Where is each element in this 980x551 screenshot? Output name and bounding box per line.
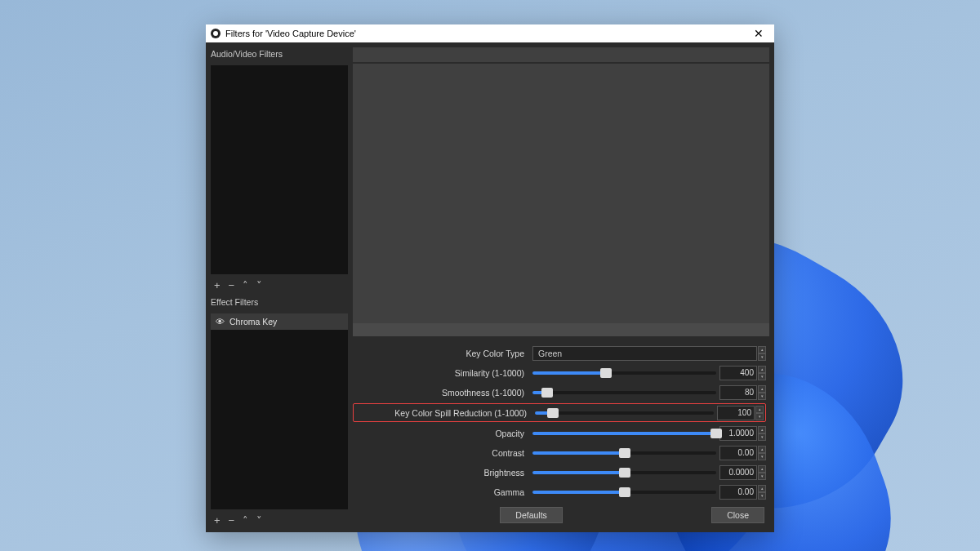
gamma-slider[interactable] xyxy=(532,491,716,494)
audio-filters-toolbar: + − ˄ ˅ xyxy=(211,278,348,292)
defaults-button[interactable]: Defaults xyxy=(500,507,563,523)
dialog-body: Audio/Video Filters + − ˄ ˅ Effect Filte… xyxy=(206,42,774,532)
obs-icon xyxy=(211,29,220,38)
effect-filters-header: Effect Filters xyxy=(211,295,348,310)
brightness-slider[interactable] xyxy=(532,471,716,474)
brightness-value[interactable]: 0.0000 xyxy=(719,465,757,480)
filter-properties-panel: Key Color Type Green ▴▾ Similarity (1-10… xyxy=(353,47,769,527)
opacity-label: Opacity xyxy=(353,429,529,438)
add-audio-filter-button[interactable]: + xyxy=(214,280,220,291)
similarity-spinner[interactable]: ▴▾ xyxy=(758,366,766,380)
dialog-footer: Defaults Close xyxy=(353,503,769,527)
preview-top-strip xyxy=(353,47,769,62)
spill-slider[interactable] xyxy=(535,411,714,415)
key-color-type-label: Key Color Type xyxy=(353,349,529,358)
brightness-spinner[interactable]: ▴▾ xyxy=(758,465,766,480)
brightness-label: Brightness xyxy=(353,468,529,478)
effect-filter-label: Chroma Key xyxy=(229,317,277,327)
similarity-label: Similarity (1-1000) xyxy=(353,368,529,378)
prop-smoothness: Smoothness (1-1000) 80 ▴▾ xyxy=(353,384,766,401)
contrast-label: Contrast xyxy=(353,448,529,458)
move-audio-filter-up-button[interactable]: ˄ xyxy=(243,280,248,291)
prop-gamma: Gamma 0.00 ▴▾ xyxy=(353,483,766,500)
move-effect-filter-down-button[interactable]: ˅ xyxy=(256,515,262,526)
filter-preview xyxy=(353,64,769,336)
gamma-label: Gamma xyxy=(353,487,529,497)
close-button[interactable]: Close xyxy=(711,507,764,523)
contrast-value[interactable]: 0.00 xyxy=(719,446,757,460)
window-title: Filters for 'Video Capture Device' xyxy=(225,29,356,38)
prop-contrast: Contrast 0.00 ▴▾ xyxy=(353,444,766,461)
smoothness-label: Smoothness (1-1000) xyxy=(353,388,529,398)
spill-label: Key Color Spill Reduction (1-1000) xyxy=(355,408,532,418)
smoothness-value[interactable]: 80 xyxy=(719,385,757,400)
key-color-type-select[interactable]: Green xyxy=(532,346,757,361)
filters-sidebar: Audio/Video Filters + − ˄ ˅ Effect Filte… xyxy=(211,47,348,527)
window-close-button[interactable]: ✕ xyxy=(748,26,769,41)
effect-filters-toolbar: + − ˄ ˅ xyxy=(211,513,348,527)
prop-similarity: Similarity (1-1000) 400 ▴▾ xyxy=(353,364,766,381)
key-color-type-spinner[interactable]: ▴▾ xyxy=(758,346,766,361)
spill-value[interactable]: 100 xyxy=(717,406,755,420)
smoothness-spinner[interactable]: ▴▾ xyxy=(758,385,766,400)
add-effect-filter-button[interactable]: + xyxy=(214,515,220,526)
opacity-spinner[interactable]: ▴▾ xyxy=(758,426,766,441)
audio-filters-list[interactable] xyxy=(211,65,348,274)
properties-list: Key Color Type Green ▴▾ Similarity (1-10… xyxy=(353,344,769,503)
similarity-value[interactable]: 400 xyxy=(719,366,757,380)
opacity-slider[interactable] xyxy=(532,432,716,435)
remove-audio-filter-button[interactable]: − xyxy=(229,280,235,291)
remove-effect-filter-button[interactable]: − xyxy=(229,515,235,526)
move-audio-filter-down-button[interactable]: ˅ xyxy=(256,280,262,291)
prop-brightness: Brightness 0.0000 ▴▾ xyxy=(353,464,766,481)
smoothness-slider[interactable] xyxy=(532,391,716,394)
gamma-spinner[interactable]: ▴▾ xyxy=(758,485,766,500)
prop-opacity: Opacity 1.0000 ▴▾ xyxy=(353,424,766,442)
similarity-slider[interactable] xyxy=(532,371,716,375)
filters-dialog: Filters for 'Video Capture Device' ✕ Aud… xyxy=(206,24,774,532)
effect-filter-item[interactable]: 👁 Chroma Key xyxy=(211,313,348,330)
effect-filters-list[interactable]: 👁 Chroma Key xyxy=(211,313,348,509)
opacity-value[interactable]: 1.0000 xyxy=(719,426,757,441)
move-effect-filter-up-button[interactable]: ˄ xyxy=(243,515,248,526)
visibility-icon[interactable]: 👁 xyxy=(216,317,225,327)
spill-spinner[interactable]: ▴▾ xyxy=(755,406,764,420)
contrast-spinner[interactable]: ▴▾ xyxy=(758,446,766,460)
titlebar: Filters for 'Video Capture Device' ✕ xyxy=(206,24,774,42)
prop-key-color-type: Key Color Type Green ▴▾ xyxy=(353,344,766,362)
audio-filters-header: Audio/Video Filters xyxy=(211,47,348,62)
gamma-value[interactable]: 0.00 xyxy=(719,485,757,500)
contrast-slider[interactable] xyxy=(532,451,716,455)
prop-spill-reduction: Key Color Spill Reduction (1-1000) 100 ▴… xyxy=(353,403,766,422)
preview-bottom-strip xyxy=(353,323,769,336)
